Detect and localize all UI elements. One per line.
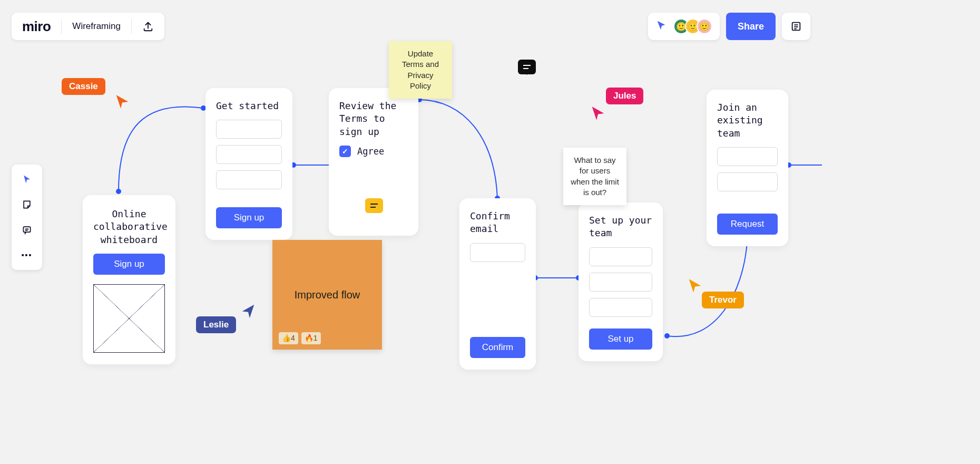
comment-lines-icon (523, 64, 531, 70)
sticky-note-yellow[interactable]: Update Terms and Privacy Policy (389, 41, 452, 99)
reaction-fire[interactable]: 🔥1 (301, 332, 321, 344)
board-name-button[interactable]: Wireframing (62, 13, 131, 40)
user-cursor-icon (239, 302, 257, 320)
board-menu-button[interactable] (782, 13, 810, 40)
board-name: Wireframing (72, 21, 121, 32)
wireframe-button[interactable]: Sign up (216, 207, 282, 228)
agree-row[interactable]: ✓ Agree (339, 146, 408, 157)
wireframe-intro[interactable]: Online collaborative whiteboard Sign up (83, 195, 175, 364)
wireframe-input[interactable] (589, 298, 652, 317)
wireframe-input[interactable] (589, 247, 652, 266)
wireframe-input[interactable] (589, 273, 652, 292)
comment-bubble[interactable] (518, 60, 536, 74)
reaction-emoji: 👍 (282, 334, 291, 342)
wireframe-title: Online collaborative whiteboard (93, 208, 165, 246)
side-toolbar: ••• (12, 165, 42, 270)
share-button[interactable]: Share (726, 13, 776, 40)
sticky-text: Update Terms and Privacy Policy (396, 49, 445, 91)
wireframe-title: Get started (216, 100, 282, 112)
sticky-note-icon (22, 199, 32, 210)
user-tag-cassie: Cassie (62, 78, 105, 95)
comment-tool[interactable] (18, 221, 35, 238)
wireframe-join-team[interactable]: Join an existing team Request (707, 90, 788, 246)
wireframe-image-placeholder (93, 284, 165, 353)
cursor-mode-button[interactable] (655, 20, 667, 33)
wireframe-button[interactable]: Set up (589, 328, 652, 350)
cursor-icon (22, 174, 32, 185)
user-tag-trevor: Trevor (702, 292, 744, 308)
presence-pill: 🙂 🙂 🙂 (648, 13, 720, 40)
wireframe-input[interactable] (216, 120, 282, 139)
svg-point-16 (664, 333, 670, 339)
more-tools[interactable]: ••• (18, 247, 35, 264)
wireframe-input[interactable] (717, 172, 778, 191)
user-cursor-icon (686, 277, 704, 295)
agree-label: Agree (357, 146, 384, 157)
wireframe-button[interactable]: Sign up (93, 254, 165, 275)
user-tag-leslie: Leslie (196, 316, 236, 333)
reaction-count: 4 (291, 334, 295, 342)
wireframe-setup-team[interactable]: Set up your team Set up (579, 202, 663, 361)
user-cursor-icon (113, 93, 131, 111)
top-left-toolbar: miro Wireframing (12, 13, 164, 40)
sticky-text: What to say for users when the limit is … (571, 155, 619, 198)
wireframe-input[interactable] (216, 170, 282, 189)
wireframe-input[interactable] (717, 147, 778, 166)
sticky-note-white[interactable]: What to say for users when the limit is … (563, 148, 626, 205)
user-tag-jules: Jules (606, 88, 643, 104)
wireframe-title: Join an existing team (717, 101, 778, 140)
reaction-thumbs[interactable]: 👍4 (279, 332, 298, 344)
sticky-note-tool[interactable] (18, 196, 35, 213)
wireframe-title: Review the Terms to sign up (339, 100, 408, 138)
reaction-emoji: 🔥 (305, 334, 313, 342)
wireframe-button[interactable]: Confirm (470, 337, 525, 358)
wireframe-input[interactable] (470, 243, 525, 262)
comment-icon (22, 225, 32, 235)
export-button[interactable] (132, 13, 164, 40)
wireframe-title: Set up your team (589, 214, 652, 240)
avatar[interactable]: 🙂 (697, 18, 712, 34)
comment-bubble[interactable] (365, 198, 383, 213)
list-icon (790, 21, 802, 32)
reaction-row: 👍4 🔥1 (279, 332, 321, 344)
sticky-note-orange[interactable]: Improved flow 👍4 🔥1 (272, 240, 382, 350)
upload-icon (142, 21, 154, 32)
sticky-text: Improved flow (283, 288, 371, 302)
checkbox-checked-icon[interactable]: ✓ (339, 146, 351, 157)
app-logo[interactable]: miro (12, 13, 61, 40)
reaction-count: 1 (313, 334, 318, 342)
wireframe-button[interactable]: Request (717, 214, 778, 235)
top-right-toolbar: 🙂 🙂 🙂 Share (648, 13, 810, 40)
wireframe-input[interactable] (216, 145, 282, 164)
comment-lines-icon (370, 203, 378, 208)
logo-text: miro (22, 18, 51, 35)
avatar-stack[interactable]: 🙂 🙂 🙂 (673, 18, 712, 34)
select-tool[interactable] (18, 171, 35, 188)
user-cursor-icon (589, 104, 607, 122)
cursor-filled-icon (655, 20, 667, 31)
svg-point-8 (116, 189, 121, 194)
wireframe-title: Confirm email (470, 210, 525, 236)
wireframe-confirm-email[interactable]: Confirm email Confirm (459, 198, 536, 370)
wireframe-get-started[interactable]: Get started Sign up (205, 88, 292, 240)
